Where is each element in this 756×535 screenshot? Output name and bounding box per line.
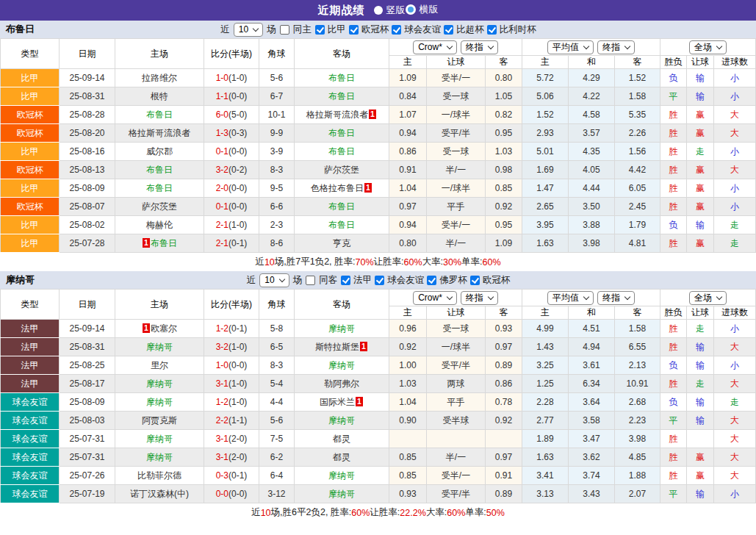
fulltime-score: 3-1 — [216, 434, 228, 444]
odds-stage-select[interactable]: 终指 — [461, 291, 498, 305]
odds-source-select[interactable]: Crow* — [413, 40, 457, 54]
league-checkbox-label: 球会友谊 — [387, 274, 424, 287]
date-cell: 25-08-28 — [60, 106, 115, 124]
avg-home-cell: 1.89 — [522, 430, 569, 448]
score-cell: 3-2(1-0) — [204, 338, 259, 356]
filter-bar: 摩纳哥近10场同客法甲球会友谊佛罗杯欧冠杯 — [0, 271, 756, 289]
chevron-down-icon — [447, 43, 453, 49]
team-cell: 国际米兰1 — [295, 393, 389, 412]
league-checkbox-1[interactable] — [315, 25, 325, 35]
result-handicap-cell: 输 — [687, 393, 714, 412]
league-cell: 球会友谊 — [1, 393, 60, 412]
odds-away-cell: 0.95 — [486, 216, 522, 234]
team-label: 拉路维尔 — [142, 73, 177, 83]
recent-count-select[interactable]: 10 — [234, 23, 263, 37]
date-cell: 25-07-19 — [60, 485, 115, 503]
team-label: 布鲁日 — [146, 183, 173, 193]
odds-handicap-cell: 平手 — [427, 198, 486, 216]
league-checkbox-3[interactable] — [392, 25, 401, 35]
recent-prefix-label: 近 — [247, 274, 256, 287]
odds-handicap-cell: 一/球半 — [427, 338, 486, 356]
sub-header-8: 让球 — [687, 56, 714, 69]
avg-source-select[interactable]: 平均值 — [547, 291, 594, 305]
layout-radio-horizontal[interactable]: 横版 — [406, 3, 439, 16]
avg-stage-select[interactable]: 终指 — [597, 291, 635, 305]
sub-header-2: 让球 — [427, 306, 486, 320]
odds-stage-select-value: 终指 — [466, 292, 483, 304]
odds-handicap-cell: 受平/半 — [427, 356, 486, 375]
result-outcome-cell: 负 — [660, 216, 687, 234]
league-checkbox-5[interactable] — [487, 25, 497, 35]
avg-source-select[interactable]: 平均值 — [547, 40, 594, 54]
scope-select[interactable]: 全场 — [689, 40, 727, 54]
team-label: 摩纳哥 — [328, 323, 355, 334]
odds-home-cell: 0.85 — [389, 467, 427, 485]
match-row: 法甲25-08-17摩纳哥3-1(1-0)5-4勒阿弗尔1.03两球0.861.… — [1, 375, 756, 393]
team-cell: 梅赫伦 — [115, 216, 204, 234]
summary-segment: 单率: — [461, 256, 482, 268]
recent-count-select-value: 10 — [264, 275, 274, 285]
sub-header-7: 胜负 — [660, 56, 687, 69]
avg-home-cell: 1.63 — [522, 234, 569, 253]
summary-segment: 场,胜7平1负2, 胜率: — [275, 256, 356, 268]
team-cell: 布鲁日 — [295, 69, 389, 87]
league-checkbox-label: 球会友谊 — [404, 24, 441, 36]
match-row: 球会友谊25-08-09摩纳哥1-2(1-0)4-4国际米兰11.04平手0.7… — [1, 393, 756, 412]
scope-select[interactable]: 全场 — [689, 291, 727, 305]
result-outcome-cell: 胜 — [660, 467, 687, 485]
match-row: 比甲25-08-09布鲁日2-0(0-0)9-5色格拉布鲁日11.04一/球半0… — [1, 179, 756, 198]
halftime-score: (2-0) — [228, 452, 247, 462]
league-checkbox-2[interactable] — [375, 276, 384, 285]
result-handicap-cell: 走 — [687, 320, 714, 338]
team-label: 国际米兰 — [320, 397, 355, 407]
recent-count-select[interactable]: 10 — [259, 273, 289, 287]
red-card-badge: 1 — [360, 342, 367, 351]
red-card-badge: 1 — [364, 183, 372, 193]
league-checkbox-2[interactable] — [349, 25, 359, 35]
league-checkbox-1[interactable] — [341, 276, 350, 285]
league-checkbox-4[interactable] — [444, 25, 453, 35]
league-checkbox-3[interactable] — [427, 276, 436, 285]
layout-radio-group: 竖版横版 — [374, 3, 439, 18]
team-label: 色格拉布鲁日 — [311, 183, 364, 193]
corners-cell: 8-6 — [259, 234, 295, 253]
match-row: 球会友谊25-07-31摩纳哥3-1(2-0)6-2都灵0.85半/一0.971… — [1, 448, 756, 467]
avg-away-cell: 1.58 — [615, 87, 660, 106]
odds-source-select[interactable]: Crow* — [413, 291, 457, 305]
fulltime-score: 3-2 — [216, 165, 228, 175]
league-checkbox-4[interactable] — [470, 276, 480, 285]
same-venue-checkbox[interactable] — [306, 276, 315, 285]
team-label: 摩纳哥 — [328, 360, 355, 370]
odds-home-cell: 1.00 — [389, 356, 427, 375]
team-label: 里尔 — [151, 360, 168, 370]
halftime-score: (0-0) — [228, 201, 247, 212]
scope-select-value: 全场 — [694, 41, 712, 54]
result-outcome-cell: 平 — [660, 87, 687, 106]
team-label: 布鲁日 — [328, 220, 355, 230]
recent-prefix-label: 近 — [220, 24, 230, 36]
odds-stage-select[interactable]: 终指 — [461, 40, 498, 54]
team-label: 摩纳哥 — [146, 452, 173, 462]
score-cell: 1-3(0-3) — [204, 124, 259, 143]
avg-away-cell: 3.98 — [615, 430, 660, 448]
result-goals-cell: 走 — [714, 393, 756, 412]
layout-radio-vertical[interactable]: 竖版 — [374, 4, 406, 17]
fulltime-score: 2-2 — [216, 415, 228, 426]
summary-segment: 30% — [443, 257, 461, 268]
team-cell: 阿贾克斯 — [115, 412, 204, 430]
team-label: 勒阿弗尔 — [324, 378, 359, 389]
summary-segment: 近 — [251, 506, 261, 519]
avg-stage-select[interactable]: 终指 — [597, 40, 635, 54]
avg-away-cell: 1.88 — [615, 467, 660, 485]
result-group-header: 全场 — [660, 290, 756, 306]
result-outcome-cell: 负 — [660, 393, 687, 412]
same-venue-checkbox[interactable] — [280, 25, 289, 35]
date-cell: 25-08-09 — [60, 179, 115, 198]
odds-handicap-cell: 受一球 — [427, 143, 486, 161]
chevron-down-icon — [624, 293, 630, 299]
result-outcome-cell: 负 — [660, 69, 687, 87]
chevron-down-icon — [253, 25, 259, 31]
date-cell: 25-09-14 — [60, 69, 115, 87]
league-cell: 欧冠杯 — [1, 161, 60, 179]
league-cell: 法甲 — [1, 375, 60, 393]
